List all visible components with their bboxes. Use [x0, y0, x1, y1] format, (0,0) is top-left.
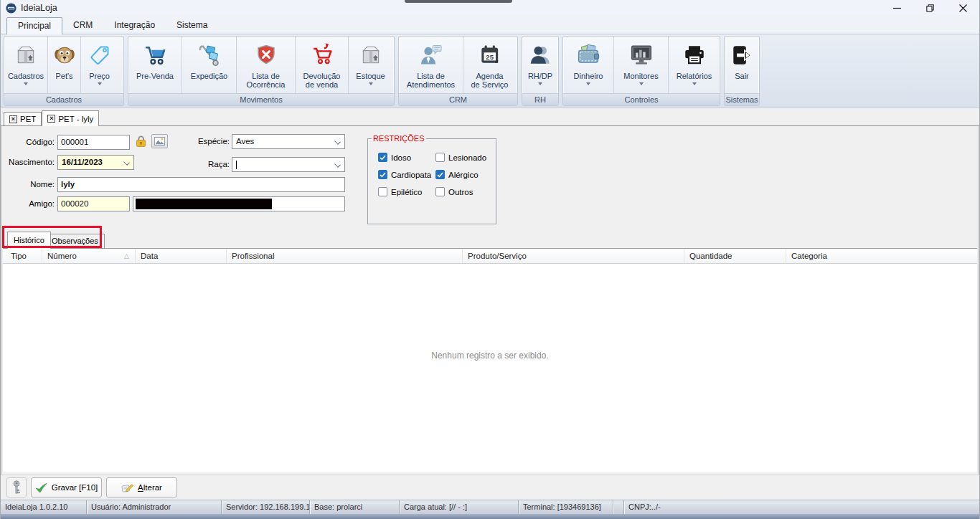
status-servidor: Servidor: 192.168.199.1 [222, 500, 310, 514]
permissions-key-button[interactable] [6, 477, 27, 497]
tab-close-icon[interactable]: × [9, 115, 17, 123]
raca-combobox[interactable] [232, 157, 345, 172]
package-icon [359, 40, 383, 70]
checkbox-box[interactable] [378, 187, 387, 196]
status-bar: IdeiaLoja 1.0.2.10 Usuário: Administrado… [1, 500, 979, 514]
column-header-tipo[interactable]: Tipo [6, 249, 42, 263]
column-header-profissional[interactable]: Profissional [227, 249, 463, 263]
tab-close-icon[interactable]: × [47, 115, 55, 123]
codigo-label: Código: [4, 138, 55, 146]
titlebar: IdeiaLoja [1, 0, 979, 16]
ribbon-group-movimentos: Pre-Venda Expedição Lista de Ocorrência [128, 36, 395, 106]
svg-text:25: 25 [486, 53, 494, 61]
checkbox-outros[interactable]: Outros [435, 187, 473, 196]
ribbon-item-cadastros[interactable]: Cadastros [4, 37, 47, 93]
ribbon-item-lista-de-ocorrencia[interactable]: Lista de Ocorrência [236, 37, 295, 93]
restricoes-group: RESTRIÇÕES Idoso Lesionado Cardiopata Al… [367, 134, 496, 224]
nascimento-datepicker[interactable]: 16/11/2023 [57, 155, 134, 170]
ribbon-tab-strip: Principal CRM Integração Sistema [1, 16, 979, 34]
subtab-historico[interactable]: Histórico [7, 232, 51, 249]
sort-ascending-icon: △ [124, 252, 129, 260]
codigo-input[interactable]: 000001 [57, 135, 130, 150]
dog-icon [52, 40, 77, 70]
amigo-input[interactable]: 000020 [57, 196, 130, 211]
image-icon [154, 137, 165, 146]
column-header-quantidade[interactable]: Quantidade [684, 249, 786, 263]
ribbon-item-pre-venda[interactable]: Pre-Venda [128, 37, 182, 93]
checkbox-epiletico[interactable]: Epilético [378, 187, 422, 196]
photo-button[interactable] [151, 134, 168, 148]
checkbox-alergico[interactable]: Alérgico [435, 170, 479, 179]
window-title: IdeiaLoja [21, 3, 57, 13]
alterar-button[interactable]: Alterar [106, 477, 177, 497]
shopping-cart-icon [142, 40, 168, 70]
ribbon-item-lista-de-atendimentos[interactable]: Lista de Atendimentos [399, 37, 463, 93]
person-icon [528, 40, 552, 70]
doc-tab-pet[interactable]: × PET [4, 112, 42, 125]
chevron-down-icon [334, 161, 341, 168]
text-cursor [236, 161, 237, 169]
checkbox-box[interactable] [435, 153, 445, 162]
monitor-chart-icon [628, 40, 654, 70]
ribbon-tab-crm[interactable]: CRM [62, 17, 103, 34]
shield-x-icon [255, 40, 278, 70]
dropdown-arrow-icon [586, 82, 590, 85]
status-app-version: IdeiaLoja 1.0.2.10 [1, 500, 87, 514]
redacted-value [136, 199, 272, 209]
status-carga-atual: Carga atual: [// - :] [400, 500, 519, 514]
doc-tab-pet-lyly[interactable]: × PET - lyly [42, 110, 99, 126]
ribbon-item-rh-dp[interactable]: RH/DP [522, 37, 558, 93]
status-cnpj: CNPJ:../- [624, 500, 979, 514]
checkbox-lesionado[interactable]: Lesionado [435, 153, 486, 162]
printer-icon [682, 40, 707, 70]
ribbon-group-label: RH [522, 93, 558, 105]
nome-input[interactable]: lyly [57, 177, 345, 192]
column-header-categoria[interactable]: Categoria [786, 249, 977, 263]
ribbon-tab-sistema[interactable]: Sistema [166, 17, 218, 34]
checkbox-box[interactable] [378, 170, 387, 179]
ribbon-item-expedicao[interactable]: Expedição [182, 37, 236, 93]
ribbon-item-preco[interactable]: Preço [80, 37, 118, 93]
ribbon-group-controles: Dinheiro Monitores Relatórios [562, 36, 720, 106]
checkbox-idoso[interactable]: Idoso [378, 153, 411, 162]
ribbon-item-estoque[interactable]: Estoque [348, 37, 392, 93]
ribbon-item-monitores[interactable]: Monitores [613, 37, 668, 93]
checkbox-box[interactable] [378, 153, 387, 162]
restore-button[interactable] [913, 0, 946, 16]
restricoes-title: RESTRIÇÕES [372, 134, 426, 143]
ribbon-item-agenda-de-servico[interactable]: 25 Agenda de Serviço [463, 37, 516, 93]
checkbox-box[interactable] [435, 187, 445, 196]
ribbon-group-cadastros: Cadastros Pet's Preço Cadastro [4, 36, 124, 106]
ribbon-item-pets[interactable]: Pet's [47, 37, 80, 93]
dropdown-arrow-icon [24, 82, 28, 85]
column-header-data[interactable]: Data [136, 249, 227, 263]
ribbon-tab-integracao[interactable]: Integração [103, 17, 166, 34]
window-bottom-border [1, 514, 979, 519]
especie-combobox[interactable]: Aves [232, 134, 345, 149]
ribbon-group-rh: RH/DP RH [522, 36, 559, 106]
column-header-produto-servico[interactable]: Produto/Serviço [463, 249, 684, 263]
minimize-button[interactable] [880, 0, 913, 16]
ribbon-group-label: CRM [399, 93, 517, 105]
app-icon [6, 3, 17, 14]
ribbon-item-relatorios[interactable]: Relatórios [668, 37, 720, 93]
gravar-button[interactable]: Gravar [F10] [31, 477, 102, 497]
ribbon-item-sair[interactable]: Sair [725, 37, 759, 93]
chevron-down-icon [123, 159, 130, 166]
checkbox-cardiopata[interactable]: Cardiopata [378, 170, 431, 179]
column-header-numero[interactable]: Número △ [42, 249, 136, 263]
ribbon-item-devolucao-de-venda[interactable]: Devolução de venda [295, 37, 348, 93]
ribbon-group-label: Movimentos [128, 93, 394, 105]
ribbon-tab-principal[interactable]: Principal [6, 17, 62, 34]
subtab-observacoes[interactable]: Observações [45, 234, 105, 248]
checkbox-box[interactable] [435, 170, 445, 179]
lock-icon[interactable] [133, 133, 149, 153]
dropdown-arrow-icon [538, 82, 542, 85]
amigo-linked-input[interactable] [133, 196, 345, 211]
close-button[interactable] [946, 0, 979, 16]
ribbon-item-dinheiro[interactable]: Dinheiro [563, 37, 613, 93]
raca-label: Raça: [178, 160, 230, 168]
status-base: Base: prolarci [310, 500, 400, 514]
especie-label: Espécie: [178, 137, 230, 146]
historico-grid: Tipo Número △ Data Profissional Produto/… [3, 248, 977, 472]
